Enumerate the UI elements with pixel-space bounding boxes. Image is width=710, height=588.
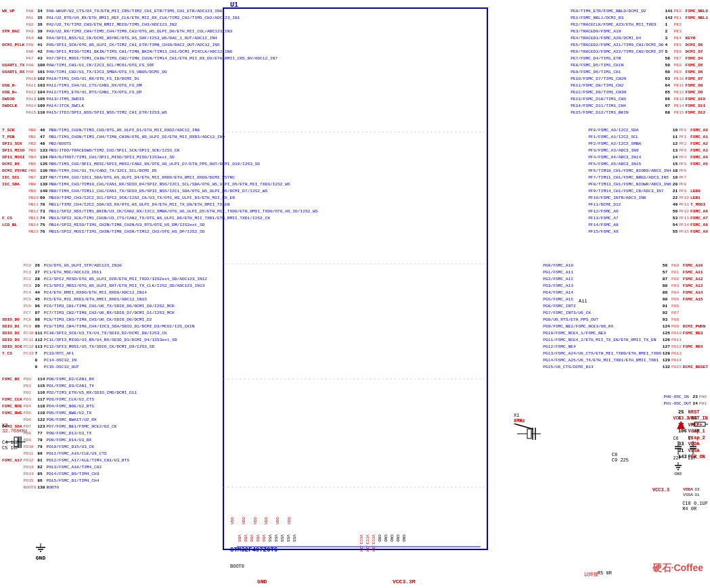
vdd-labels: VDD VDD VDD VDD VDD VSS VSS VSS VSS VSS [237, 535, 296, 542]
schematic-container: U1 WK_UPPA034PA0-WKUP/U2_CTS/U4_TX/ETH_M… [0, 0, 710, 588]
x1-value: 8MHz [514, 418, 595, 424]
c9-component: C9 225 [612, 457, 629, 463]
ail-label: Ail [579, 298, 587, 304]
pc-pins-section: PC026PC0/OTG_HS_ULPI_STP/ADC123_IN10 PC1… [1, 263, 208, 371]
gnd1-icon [673, 462, 683, 470]
gnd-left-icon [34, 543, 47, 553]
pb-pins-section: T_SCKPB046PB0/TIM1_CH2N/TIM3_CH3/OTG_HS_… [1, 127, 318, 235]
pa0-net-label: WK_UP [1, 8, 25, 15]
watermark: 硬石·Coffee [652, 562, 703, 574]
c4-component: C4 10P [2, 440, 19, 445]
vdda-components: VDDA33 VSSA31 C10 0.1UF R4 0R [682, 487, 708, 512]
bottom-right-components: VCC3.3 R3 10R C6 [673, 416, 708, 476]
ic-name-label: STM32F407ZGT6 [230, 547, 278, 553]
pg-pins-section: PG0/FSMC_A1056PG0FSMC_A10 PG1/FSMC_A1157… [542, 263, 709, 371]
bottom-power-labels: VDD VDD VDD VDD VDD VDD [227, 524, 294, 529]
x2-value: 32.768KHz [2, 428, 36, 434]
cap-group: C6 22P C7 22P [673, 436, 708, 461]
r3-component: R3 10R [692, 416, 708, 434]
c8-component: C8 [612, 452, 629, 457]
x1-label: X1 [514, 413, 595, 418]
vcc33m-labels: VCC3.3M VCC3.3M VCC3.3M GND GND GND GND … [359, 535, 406, 551]
c7-symbol [688, 441, 698, 455]
c8-c9-components: C8 C9 225 [612, 452, 629, 463]
svg-line-9 [514, 424, 533, 429]
c6-symbol [673, 441, 683, 455]
vcc33m-bottom-label: VCC3.3M [393, 579, 416, 585]
r3-symbol [692, 421, 708, 428]
ph-pins-section: PH0-OSC_IN23PH0 PH1-OSC_OUT24PH1 [663, 394, 709, 407]
solder-note: 以焊接 [584, 571, 598, 578]
r4-component: R4 0R [682, 506, 708, 512]
svg-marker-12 [677, 421, 685, 429]
boot0-label: BOOT0 [230, 564, 244, 569]
c6-component: C6 22P [673, 436, 683, 461]
pe-pins-section: PE0/TIM4_ETR/FSMC_NBL0/DCMI_D2141PE0FSMC… [570, 8, 709, 116]
x1-symbol [514, 424, 554, 444]
gnd1-symbol: GND [673, 462, 683, 476]
gnd-group: GND [673, 462, 708, 476]
gnd-left-bottom: GND [34, 543, 47, 561]
svg-rect-7 [527, 429, 531, 438]
c10-component: C10 0.1UF [682, 501, 708, 506]
c7-component: C7 22P [688, 436, 698, 461]
vcc33-icon [677, 421, 685, 429]
crystal-components: X1 8MHz [514, 413, 595, 445]
c4-c5-components: C4 10P C5 10P [2, 440, 19, 451]
vcc33-label-right: VCC3.3 [652, 487, 669, 493]
x2-label: X2 [2, 423, 36, 428]
x1-component: X1 8MHz [514, 413, 595, 445]
svg-rect-14 [694, 422, 705, 426]
pa-pins-section: WK_UPPA034PA0-WKUP/U2_CTS/U4_TX/ETH_MII_… [1, 8, 278, 116]
vcc33-symbol: VCC3.3 [673, 416, 689, 430]
gnd-bottom-label: GND [257, 579, 267, 585]
c5-component: C5 10P [2, 445, 19, 451]
r5-component: R5 0R [598, 570, 612, 576]
pf-pins-section: PF0/FSMC_A0/I2C2_SDA10PF0FSMC_A0 PF1/FSM… [587, 127, 709, 235]
